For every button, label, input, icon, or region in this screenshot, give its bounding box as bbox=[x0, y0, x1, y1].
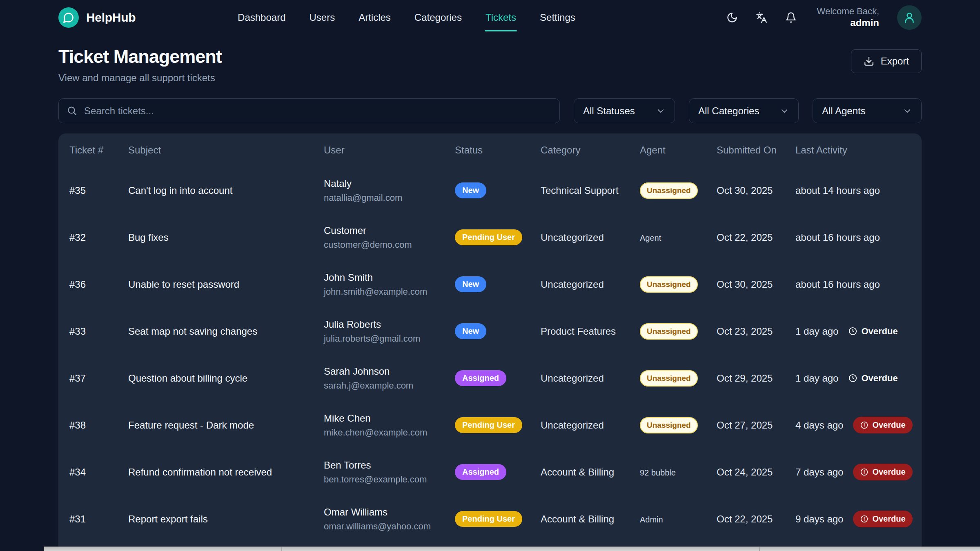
ticket-number: #35 bbox=[69, 185, 128, 196]
category-label: Uncategorized bbox=[541, 373, 640, 384]
submitted-date: Oct 27, 2025 bbox=[717, 420, 795, 431]
activity-text: 4 days ago bbox=[795, 420, 843, 431]
column-header: User bbox=[324, 144, 455, 156]
table-row[interactable]: #31 Report export fails Omar Williams om… bbox=[58, 495, 922, 542]
agent-label: Unassigned bbox=[640, 370, 698, 387]
activity-text: about 14 hours ago bbox=[795, 185, 880, 196]
moon-icon bbox=[726, 12, 738, 23]
column-header: Category bbox=[541, 144, 640, 156]
activity-cell: 9 days ago Overdue bbox=[795, 511, 922, 527]
chevron-down-icon bbox=[656, 106, 666, 116]
submitted-date: Oct 24, 2025 bbox=[717, 467, 795, 478]
user-email: ben.torres@example.com bbox=[324, 474, 455, 485]
user-cell: Mike Chen mike.chen@example.com bbox=[324, 413, 455, 438]
table-row[interactable]: #37 Question about billing cycle Sarah J… bbox=[58, 355, 922, 402]
overdue-label: Overdue bbox=[861, 326, 898, 337]
submitted-date: Oct 23, 2025 bbox=[717, 326, 795, 337]
category-label: Account & Billing bbox=[541, 513, 640, 525]
status-badge: Assigned bbox=[455, 370, 506, 386]
user-name: Customer bbox=[324, 225, 455, 236]
user-avatar[interactable] bbox=[897, 5, 922, 30]
table-row[interactable]: #38 Feature request - Dark mode Mike Che… bbox=[58, 402, 922, 449]
status-badge: New bbox=[455, 323, 486, 339]
export-button[interactable]: Export bbox=[851, 49, 922, 73]
filter-value: All Agents bbox=[822, 105, 866, 117]
status-badge: Pending User bbox=[455, 417, 522, 433]
user-name: Julia Roberts bbox=[324, 319, 455, 330]
user-name: Mike Chen bbox=[324, 413, 455, 424]
user-name: Omar Williams bbox=[324, 507, 455, 518]
nav-right: Welcome Back, admin bbox=[726, 5, 922, 30]
nav-item-settings[interactable]: Settings bbox=[539, 9, 576, 26]
category-label: Product Features bbox=[541, 326, 640, 337]
column-header: Agent bbox=[640, 144, 717, 156]
user-cell: John Smith john.smith@example.com bbox=[324, 272, 455, 297]
ticket-number: #36 bbox=[69, 279, 128, 290]
overdue-label: Overdue bbox=[861, 373, 898, 384]
ticket-number: #37 bbox=[69, 373, 128, 384]
category-label: Account & Billing bbox=[541, 467, 640, 478]
column-header: Subject bbox=[128, 144, 324, 156]
status-badge: New bbox=[455, 182, 486, 198]
filter-value: All Categories bbox=[698, 105, 759, 117]
overdue-label: Overdue bbox=[872, 467, 905, 477]
overdue-indicator: Overdue bbox=[848, 373, 898, 384]
activity-text: 1 day ago bbox=[795, 373, 838, 384]
table-row[interactable]: #32 Bug fixes Customer customer@demo.com… bbox=[58, 214, 922, 261]
submitted-date: Oct 29, 2025 bbox=[717, 373, 795, 384]
column-header: Status bbox=[455, 144, 541, 156]
filter-categories[interactable]: All Categories bbox=[689, 98, 799, 123]
language-switcher[interactable] bbox=[756, 12, 767, 23]
table-row[interactable]: #34 Refund confirmation not received Ben… bbox=[58, 449, 922, 495]
filter-value: All Statuses bbox=[583, 105, 635, 117]
nav-item-tickets[interactable]: Tickets bbox=[485, 9, 517, 26]
user-cell: Sarah Johnson sarah.j@example.com bbox=[324, 366, 455, 391]
user-email: sarah.j@example.com bbox=[324, 380, 455, 391]
ticket-number: #32 bbox=[69, 232, 128, 243]
activity-cell: about 16 hours ago bbox=[795, 232, 922, 243]
user-cell: Customer customer@demo.com bbox=[324, 225, 455, 250]
user-icon bbox=[903, 11, 916, 24]
user-email: customer@demo.com bbox=[324, 240, 455, 250]
activity-text: 1 day ago bbox=[795, 326, 838, 337]
activity-cell: 1 day ago Overdue bbox=[795, 326, 922, 337]
notifications-button[interactable] bbox=[785, 12, 797, 23]
table-row[interactable]: #35 Can't log in into account Nataly nat… bbox=[58, 167, 922, 214]
table-row[interactable]: #36 Unable to reset password John Smith … bbox=[58, 261, 922, 308]
table-header-row: Ticket #SubjectUserStatusCategoryAgentSu… bbox=[58, 133, 922, 167]
agent-label: Agent bbox=[640, 233, 661, 242]
user-name: John Smith bbox=[324, 272, 455, 283]
activity-text: about 16 hours ago bbox=[795, 279, 880, 290]
overdue-label: Overdue bbox=[872, 420, 905, 430]
overdue-badge: Overdue bbox=[853, 464, 912, 480]
ticket-subject: Refund confirmation not received bbox=[128, 467, 324, 478]
username: admin bbox=[817, 17, 879, 29]
welcome-block: Welcome Back, admin bbox=[817, 6, 879, 29]
overdue-badge: Overdue bbox=[853, 417, 912, 433]
activity-cell: about 14 hours ago bbox=[795, 185, 922, 196]
dark-mode-toggle[interactable] bbox=[726, 12, 738, 23]
bell-icon bbox=[785, 12, 797, 23]
column-header: Submitted On bbox=[717, 144, 795, 156]
nav-item-categories[interactable]: Categories bbox=[414, 9, 463, 26]
submitted-date: Oct 30, 2025 bbox=[717, 185, 795, 196]
filter-statuses[interactable]: All Statuses bbox=[574, 98, 675, 123]
user-cell: Omar Williams omar.williams@yahoo.com bbox=[324, 507, 455, 532]
clock-icon bbox=[848, 327, 858, 336]
nav-item-users[interactable]: Users bbox=[308, 9, 336, 26]
table-row[interactable]: #33 Seat map not saving changes Julia Ro… bbox=[58, 308, 922, 355]
ticket-subject: Can't log in into account bbox=[128, 185, 324, 196]
chevron-down-icon bbox=[780, 106, 789, 116]
ticket-subject: Question about billing cycle bbox=[128, 373, 324, 384]
horizontal-scrollbar[interactable] bbox=[44, 547, 980, 551]
alert-circle-icon bbox=[860, 421, 869, 429]
nav-item-articles[interactable]: Articles bbox=[358, 9, 392, 26]
user-email: omar.williams@yahoo.com bbox=[324, 521, 455, 532]
nav-item-dashboard[interactable]: Dashboard bbox=[237, 9, 286, 26]
filter-agents[interactable]: All Agents bbox=[813, 98, 922, 123]
user-name: Ben Torres bbox=[324, 460, 455, 471]
export-label: Export bbox=[881, 56, 909, 67]
user-cell: Ben Torres ben.torres@example.com bbox=[324, 460, 455, 485]
search-input[interactable] bbox=[58, 98, 560, 123]
nav-item-label: Users bbox=[309, 12, 335, 23]
